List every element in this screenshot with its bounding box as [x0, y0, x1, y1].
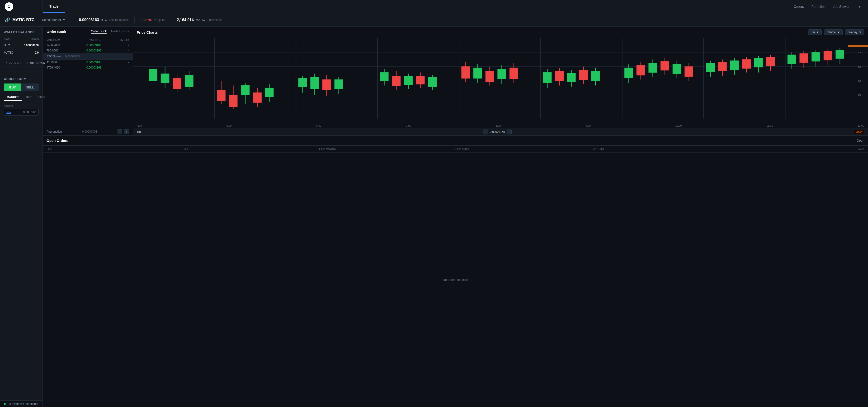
oo-col-filled: Filled (MATIC)	[319, 147, 455, 150]
svg-rect-50	[416, 76, 424, 84]
sidebar: Wallet Balance Asset Amount BTC 0.000000…	[0, 27, 43, 407]
svg-rect-26	[217, 90, 225, 101]
nav-expand-icon[interactable]: ►	[858, 5, 861, 8]
svg-rect-44	[380, 73, 388, 81]
svg-rect-74	[625, 68, 633, 78]
svg-text:0: 0	[858, 51, 861, 54]
svg-rect-64	[543, 73, 551, 83]
timeframe-chevron-icon: ▼	[816, 31, 819, 34]
amount-currency: BTC	[31, 111, 36, 113]
nav-portfolios[interactable]: Portfolios	[811, 5, 825, 8]
last-trade-currency: BTC	[101, 18, 107, 22]
open-orders-panel: Open Orders Open Side Size Filled (MATIC…	[43, 136, 868, 407]
volume-currency: MATIC	[196, 18, 205, 22]
last-trade-price: 0.00003163	[79, 18, 99, 22]
ask-price-1: 0.00003165	[74, 49, 102, 52]
overlay-dropdown[interactable]: Overlay ▼	[845, 29, 864, 35]
open-orders-title: Open Orders	[46, 138, 68, 142]
chart-agg-value: 0.00003165	[490, 130, 505, 134]
x-label-1: 5:00	[226, 124, 231, 127]
main-layout: Wallet Balance Asset Amount BTC 0.000000…	[0, 27, 868, 407]
nav-orders[interactable]: Orders	[794, 5, 804, 8]
svg-text:0: 0	[858, 94, 861, 96]
svg-rect-18	[149, 69, 157, 81]
svg-rect-60	[498, 69, 506, 79]
bid-row-0[interactable]: 41.8000 0.00003164 -	[43, 60, 133, 65]
open-orders-open-link[interactable]: Open	[857, 139, 864, 142]
deposit-button[interactable]: ⬇ DEPOSIT	[4, 59, 22, 66]
status-dot	[4, 403, 6, 405]
svg-rect-24	[185, 75, 193, 87]
chart-aggregation-bar: 1m − 0.00003165 + Open	[133, 128, 868, 135]
ask-row-1[interactable]: 780.0000 0.00003165 -	[43, 48, 133, 53]
amount-max-link[interactable]: Max	[6, 111, 11, 113]
ob-col-price: Price (BTC)	[74, 38, 102, 41]
svg-rect-58	[486, 71, 494, 82]
svg-rect-70	[579, 70, 587, 80]
bid-row-1[interactable]: 4709.4000 0.00003163 -	[43, 65, 133, 70]
bid-mysize-1: -	[101, 66, 129, 69]
x-label-3: 7:00	[406, 124, 411, 127]
aggregation-plus[interactable]: +	[124, 129, 129, 134]
nav-tab-trade[interactable]: Trade	[43, 0, 65, 13]
nav-right: Orders Portfolios Jeb Stewart ►	[787, 0, 868, 13]
select-market-label: Select Market	[42, 18, 61, 22]
order-book-sub-tabs: Order Book Trade History	[91, 29, 129, 34]
svg-rect-72	[591, 71, 599, 81]
divider2	[134, 16, 135, 24]
oo-col-side: Side	[46, 147, 183, 150]
nav-user[interactable]: Jeb Stewart	[833, 5, 850, 8]
svg-rect-46	[392, 76, 400, 86]
order-type-limit[interactable]: LIMIT	[22, 94, 35, 101]
svg-rect-94	[754, 58, 763, 67]
ask-row-0[interactable]: 2436.9000 0.00003166 -	[43, 43, 133, 48]
overlay-chevron-icon: ▼	[859, 31, 862, 34]
ob-col-market-size: Market Size	[46, 38, 74, 41]
wallet-amount-btc: 0.00000000	[24, 44, 39, 47]
svg-text:0: 0	[858, 65, 861, 68]
chart-agg-plus[interactable]: +	[507, 130, 512, 134]
order-type-market[interactable]: MARKET	[4, 94, 22, 101]
svg-rect-90	[730, 61, 738, 70]
x-label-6: 10:00	[675, 124, 682, 127]
wallet-amount-matic: 0.0	[35, 51, 39, 54]
order-book-header: Order Book Order Book Trade History	[43, 27, 133, 37]
spread-value: 0.00000001	[65, 55, 80, 58]
sub-tab-order-book[interactable]: Order Book	[91, 29, 106, 34]
deposit-icon: ⬇	[5, 61, 7, 64]
sell-button[interactable]: SELL	[21, 83, 39, 91]
amount-label: Amount	[4, 104, 39, 107]
svg-rect-106	[836, 50, 844, 59]
price-change-value: -2.80%	[140, 18, 152, 22]
order-form-title: Order Form	[4, 77, 39, 81]
chart-header: Price Charts 5m ▼ Candle ▼ Overlay ▼	[133, 27, 868, 38]
timeframe-dropdown[interactable]: 5m ▼	[808, 29, 822, 35]
select-market-button[interactable]: Select Market ▼	[40, 17, 67, 23]
order-type-tabs: MARKET LIMIT STOP	[4, 94, 39, 101]
chart-panel: Price Charts 5m ▼ Candle ▼ Overlay ▼	[133, 27, 868, 135]
svg-rect-76	[637, 65, 645, 75]
svg-text:0: 0	[858, 80, 861, 82]
oo-empty-message: No orders to show	[43, 152, 868, 407]
svg-rect-92	[742, 60, 750, 69]
svg-rect-20	[161, 74, 169, 83]
aggregation-minus[interactable]: −	[118, 129, 122, 134]
spread-label: BTC Spread	[46, 55, 62, 58]
last-trade-label: Last trade price	[109, 18, 129, 22]
wallet-asset-matic: MATIC	[4, 51, 13, 54]
aggregation-row: Aggregation 0.00000001 − +	[43, 128, 133, 135]
volume-label: 24h volume	[207, 18, 221, 22]
top-nav: C Trade Orders Portfolios Jeb Stewart ►	[0, 0, 868, 13]
order-book-panel: Order Book Order Book Trade History Mark…	[43, 27, 133, 135]
wallet-row-btc: BTC 0.00000000	[0, 41, 42, 49]
chart-type-dropdown[interactable]: Candle ▼	[824, 29, 843, 35]
buy-button[interactable]: BUY	[4, 83, 21, 91]
svg-rect-56	[474, 68, 482, 78]
chart-svg: 0 0 0 0	[133, 38, 868, 123]
order-form-section: Order Form BUY SELL MARKET LIMIT STOP Am…	[0, 73, 42, 400]
sub-tab-trade-history[interactable]: Trade History	[111, 29, 129, 34]
order-book-title: Order Book	[46, 30, 66, 34]
svg-rect-96	[766, 57, 774, 66]
svg-rect-100	[800, 54, 808, 63]
chart-agg-minus[interactable]: −	[483, 130, 488, 134]
